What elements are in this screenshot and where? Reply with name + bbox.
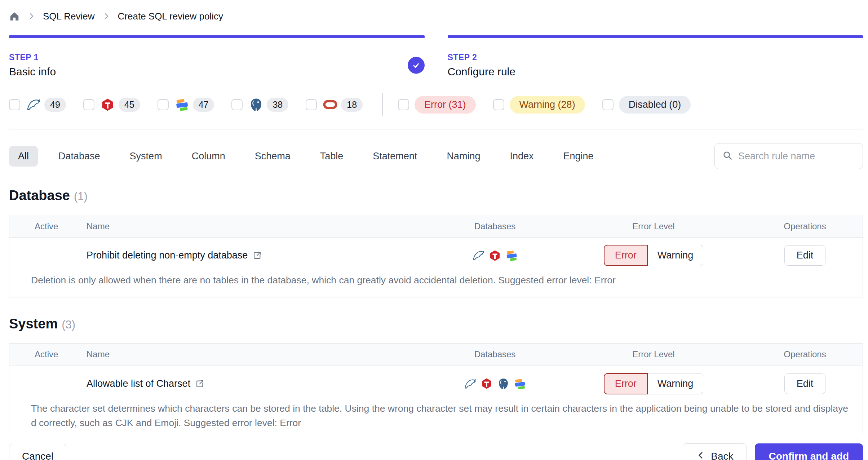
breadcrumb-sql-review[interactable]: SQL Review (43, 11, 95, 22)
step-1: STEP 1 Basic info (9, 35, 425, 78)
section-count: (1) (74, 190, 88, 203)
search-box[interactable] (714, 143, 863, 169)
rule-description: The character set determines which chara… (9, 396, 863, 434)
section-count: (3) (62, 318, 75, 331)
postgresql-icon (249, 97, 263, 112)
warning-count-pill: Warning (28) (510, 96, 585, 114)
error-level-warning-button[interactable]: Warning (648, 373, 704, 394)
breadcrumb: SQL Review Create SQL review policy (9, 9, 863, 24)
oceanbase-count-badge: 47 (193, 98, 214, 112)
section-heading-system: System (3) (9, 316, 863, 332)
rule-description: Deletion is only allowed when there are … (9, 267, 863, 297)
tab-naming[interactable]: Naming (438, 146, 489, 167)
tab-database[interactable]: Database (49, 146, 109, 167)
filter-level-error[interactable]: Error (31) (398, 96, 476, 114)
section-title: System (9, 316, 58, 332)
table-header-row: Active Name Databases Error Level Operat… (9, 344, 863, 366)
tab-statement[interactable]: Statement (364, 146, 426, 167)
postgresql-count-badge: 38 (267, 98, 288, 112)
error-checkbox[interactable] (398, 99, 409, 110)
col-header-databases: Databases (430, 221, 560, 231)
filter-level-disabled[interactable]: Disabled (0) (602, 96, 691, 114)
error-level-error-button[interactable]: Error (604, 245, 648, 266)
tab-engine[interactable]: Engine (554, 146, 602, 167)
tidb-icon (489, 249, 501, 262)
stepper: STEP 1 Basic info STEP 2 Configure rule (9, 35, 863, 78)
error-level-error-button[interactable]: Error (604, 373, 648, 394)
confirm-and-add-button[interactable]: Confirm and add (755, 443, 863, 460)
back-button[interactable]: Back (683, 443, 747, 460)
search-icon (722, 150, 733, 162)
back-button-label: Back (711, 451, 733, 460)
tab-all[interactable]: All (9, 146, 38, 167)
filter-bar: 49 45 47 38 18 Error (31) (9, 94, 863, 115)
col-header-name: Name (78, 349, 430, 359)
filter-engine-postgresql[interactable]: 38 (231, 97, 288, 112)
home-icon[interactable] (9, 11, 20, 22)
tab-index[interactable]: Index (501, 146, 542, 167)
database-rules-table: Active Name Databases Error Level Operat… (9, 215, 863, 297)
col-header-name: Name (78, 221, 430, 231)
mysql-checkbox[interactable] (9, 99, 20, 110)
external-link-icon[interactable] (195, 379, 205, 389)
col-header-active: Active (9, 349, 78, 359)
oceanbase-icon (505, 249, 518, 262)
table-row: Prohibit deleting non-empty database Err… (9, 238, 863, 297)
tidb-checkbox[interactable] (83, 99, 94, 110)
tab-schema[interactable]: Schema (246, 146, 300, 167)
oracle-checkbox[interactable] (306, 99, 317, 110)
tab-column[interactable]: Column (183, 146, 234, 167)
footer-action-bar: Cancel Back Confirm and add (9, 443, 863, 460)
error-level-warning-button[interactable]: Warning (648, 245, 704, 266)
oracle-icon (323, 97, 337, 112)
table-header-row: Active Name Databases Error Level Operat… (9, 215, 863, 238)
oceanbase-checkbox[interactable] (158, 99, 169, 110)
search-input[interactable] (738, 151, 855, 162)
filter-level-warning[interactable]: Warning (28) (493, 96, 585, 114)
oracle-count-badge: 18 (341, 98, 363, 112)
step-1-progress-bar (9, 35, 425, 38)
tab-table[interactable]: Table (311, 146, 353, 167)
section-heading-database: Database (1) (9, 188, 863, 203)
oceanbase-icon (514, 377, 526, 390)
breadcrumb-current: Create SQL review policy (118, 11, 223, 22)
disabled-checkbox[interactable] (602, 99, 614, 110)
cancel-button[interactable]: Cancel (9, 444, 66, 460)
step-1-title: Basic info (9, 66, 425, 78)
external-link-icon[interactable] (252, 251, 262, 260)
chevron-right-icon (27, 12, 36, 21)
edit-button[interactable]: Edit (784, 373, 826, 394)
filter-engine-oceanbase[interactable]: 47 (158, 97, 214, 112)
filter-engine-mysql[interactable]: 49 (9, 97, 66, 112)
tidb-count-badge: 45 (119, 98, 140, 112)
filter-engine-oracle[interactable]: 18 (306, 97, 363, 112)
postgresql-icon (497, 377, 510, 390)
step-1-completed-check-icon (408, 57, 425, 74)
oceanbase-icon (175, 97, 189, 112)
col-header-databases: Databases (430, 349, 560, 359)
postgresql-checkbox[interactable] (231, 99, 243, 110)
col-header-operations: Operations (747, 221, 863, 231)
disabled-count-pill: Disabled (0) (619, 96, 691, 114)
col-header-error-level: Error Level (560, 221, 747, 231)
edit-button[interactable]: Edit (784, 245, 826, 266)
step-2-progress-bar (448, 35, 863, 38)
step-1-label: STEP 1 (9, 53, 425, 62)
rule-name: Prohibit deleting non-empty database (87, 250, 248, 261)
step-2: STEP 2 Configure rule (448, 35, 863, 78)
chevron-left-icon (696, 451, 705, 460)
step-2-label: STEP 2 (448, 53, 863, 62)
chevron-right-icon (102, 12, 111, 21)
mysql-icon (464, 377, 477, 390)
filter-engine-tidb[interactable]: 45 (83, 97, 140, 112)
col-header-operations: Operations (747, 349, 863, 359)
col-header-error-level: Error Level (560, 349, 747, 359)
rule-database-icons (430, 249, 560, 262)
filter-divider (382, 93, 383, 116)
system-rules-table: Active Name Databases Error Level Operat… (9, 343, 863, 434)
tidb-icon (480, 377, 493, 390)
warning-checkbox[interactable] (493, 99, 504, 110)
tidb-icon (101, 97, 115, 112)
tab-system[interactable]: System (121, 146, 171, 167)
filter-separator (9, 129, 863, 129)
